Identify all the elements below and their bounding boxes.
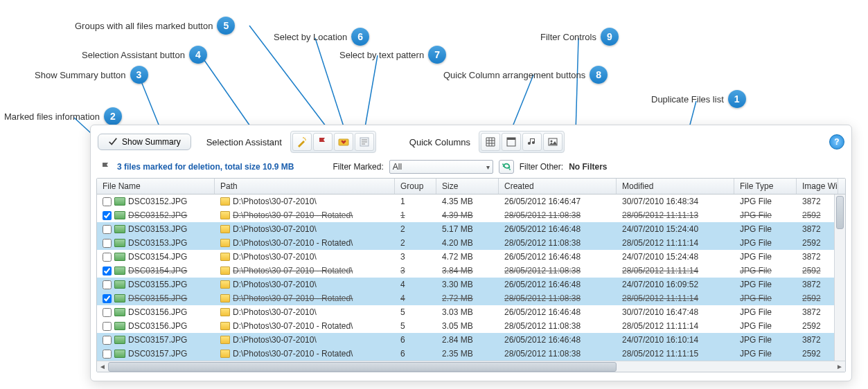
quick-columns-grid-button[interactable] — [481, 133, 500, 151]
select-by-text-pattern-button[interactable] — [355, 133, 374, 151]
col-header-modified[interactable]: Modified — [617, 179, 734, 194]
groups-all-marked-button[interactable] — [313, 133, 333, 151]
folder-icon — [220, 266, 230, 275]
hscroll-track[interactable] — [108, 362, 834, 372]
row-checkbox[interactable] — [103, 350, 112, 359]
file-name: DSC03156.JPG — [128, 307, 187, 317]
file-name: DSC03157.JPG — [128, 335, 187, 345]
vertical-scrollbar[interactable] — [834, 194, 845, 361]
svg-point-18 — [305, 139, 306, 141]
selection-wizard-button[interactable] — [292, 133, 312, 151]
quick-columns-image-button[interactable] — [543, 133, 563, 151]
file-modified: 28/05/2012 11:11:14 — [617, 321, 734, 331]
row-checkbox[interactable] — [103, 280, 112, 289]
filter-marked-select[interactable]: All ▾ — [389, 160, 493, 174]
row-checkbox[interactable] — [103, 294, 112, 303]
file-modified: 28/05/2012 11:11:14 — [617, 293, 734, 303]
image-width: 3872 — [797, 280, 838, 289]
table-row[interactable]: DSC03156.JPGD:\Photos\30-07-2010 - Rotat… — [97, 319, 845, 333]
table-row[interactable]: DSC03157.JPGD:\Photos\30-07-2010\62.84 M… — [97, 333, 845, 347]
filter-refresh-button[interactable] — [499, 160, 514, 174]
file-thumbnail-icon — [114, 239, 125, 247]
file-name: DSC03156.JPG — [128, 321, 187, 331]
table-row[interactable]: DSC03154.JPGD:\Photos\30-07-2010\34.72 M… — [97, 250, 845, 264]
quick-columns-window-button[interactable] — [502, 133, 521, 151]
image-width: 2592 — [797, 266, 838, 275]
row-checkbox[interactable] — [103, 225, 112, 234]
show-summary-button[interactable]: Show Summary — [98, 134, 191, 150]
callout-4: Selection Assistant button4 — [82, 46, 207, 64]
table-row[interactable]: DSC03153.JPGD:\Photos\30-07-2010 - Rotat… — [97, 236, 845, 250]
row-checkbox[interactable] — [103, 308, 112, 317]
file-path: D:\Photos\30-07-2010 - Rotated\ — [233, 210, 353, 220]
file-size: 4.39 MB — [436, 210, 499, 220]
file-size: 4.20 MB — [436, 238, 499, 248]
file-name: DSC03155.JPG — [128, 280, 187, 289]
row-checkbox[interactable] — [103, 239, 112, 248]
col-header-size[interactable]: Size — [436, 179, 499, 194]
file-size: 3.05 MB — [436, 321, 499, 331]
horizontal-scrollbar[interactable]: ◄ ► — [97, 361, 845, 372]
horizontal-scroll-thumb[interactable] — [108, 362, 617, 372]
flag-icon — [100, 161, 112, 172]
file-size: 2.72 MB — [436, 293, 499, 303]
image-width: 2592 — [797, 293, 838, 303]
table-row[interactable]: DSC03155.JPGD:\Photos\30-07-2010 - Rotat… — [97, 291, 845, 305]
file-name: DSC03153.JPG — [128, 238, 187, 248]
file-name: DSC03157.JPG — [128, 349, 187, 359]
scroll-left-button[interactable]: ◄ — [97, 362, 108, 372]
callout-7: Select by text pattern7 — [339, 46, 446, 64]
file-path: D:\Photos\30-07-2010\ — [233, 252, 317, 262]
col-header-image-width[interactable]: Image Width — [797, 179, 838, 194]
filter-row: 3 files marked for deletion, total size … — [96, 157, 846, 178]
svg-line-6 — [201, 55, 256, 135]
svg-line-12 — [364, 55, 378, 135]
scroll-right-button[interactable]: ► — [834, 362, 845, 372]
table-row[interactable]: DSC03156.JPGD:\Photos\30-07-2010\53.03 M… — [97, 305, 845, 319]
file-path: D:\Photos\30-07-2010\ — [233, 307, 317, 317]
file-type: JPG File — [734, 293, 797, 303]
help-button[interactable]: ? — [829, 134, 844, 150]
row-checkbox[interactable] — [103, 197, 112, 206]
row-checkbox[interactable] — [103, 211, 112, 220]
file-size: 3.03 MB — [436, 307, 499, 317]
col-header-type[interactable]: File Type — [734, 179, 797, 194]
row-checkbox[interactable] — [103, 253, 112, 262]
file-name: DSC03152.JPG — [128, 210, 187, 220]
file-created: 28/05/2012 11:08:38 — [499, 266, 617, 275]
image-icon — [547, 136, 558, 147]
table-row[interactable]: DSC03155.JPGD:\Photos\30-07-2010\43.30 M… — [97, 278, 845, 291]
file-size: 4.35 MB — [436, 197, 499, 206]
file-type: JPG File — [734, 238, 797, 248]
col-header-path[interactable]: Path — [215, 179, 395, 194]
folder-icon — [220, 239, 230, 247]
file-thumbnail-icon — [114, 266, 125, 275]
chevron-down-icon: ▾ — [486, 163, 490, 171]
col-header-name[interactable]: File Name — [97, 179, 215, 194]
file-name: DSC03155.JPG — [128, 293, 187, 303]
vertical-scroll-thumb[interactable] — [836, 196, 844, 229]
file-created: 28/05/2012 11:08:38 — [499, 238, 617, 248]
col-header-group[interactable]: Group — [395, 179, 436, 194]
select-by-location-button[interactable] — [334, 133, 353, 151]
table-row[interactable]: DSC03152.JPGD:\Photos\30-07-2010 - Rotat… — [97, 208, 845, 222]
col-header-created[interactable]: Created — [499, 179, 617, 194]
row-checkbox[interactable] — [103, 336, 112, 345]
quick-columns-music-button[interactable] — [522, 133, 542, 151]
table-row[interactable]: DSC03153.JPGD:\Photos\30-07-2010\25.17 M… — [97, 222, 845, 236]
table-row[interactable]: DSC03152.JPGD:\Photos\30-07-2010\14.35 M… — [97, 194, 845, 208]
svg-point-25 — [550, 141, 552, 143]
table-row[interactable]: DSC03157.JPGD:\Photos\30-07-2010 - Rotat… — [97, 347, 845, 361]
table-row[interactable]: DSC03154.JPGD:\Photos\30-07-2010 - Rotat… — [97, 264, 845, 278]
row-checkbox[interactable] — [103, 266, 112, 275]
file-modified: 30/07/2010 16:48:34 — [617, 197, 734, 206]
file-size: 4.72 MB — [436, 252, 499, 262]
image-width: 3872 — [797, 252, 838, 262]
folder-icon — [220, 294, 230, 302]
file-modified: 28/05/2012 11:11:15 — [617, 349, 734, 359]
row-checkbox[interactable] — [103, 322, 112, 331]
grid-body[interactable]: DSC03152.JPGD:\Photos\30-07-2010\14.35 M… — [97, 194, 845, 361]
grid-header: File Name Path Group Size Created Modifi… — [97, 179, 845, 194]
file-created: 26/05/2012 16:46:48 — [499, 252, 617, 262]
folder-icon — [220, 280, 230, 289]
